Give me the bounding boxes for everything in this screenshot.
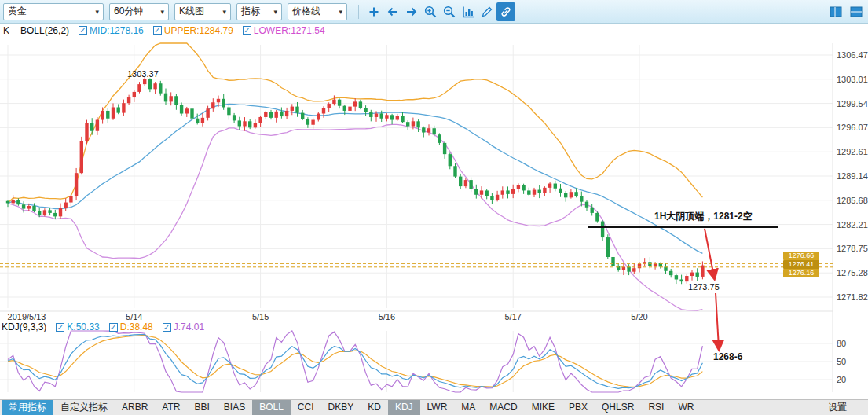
down-arrow-2[interactable] (716, 293, 719, 347)
chevron-down-icon: ▾ (222, 8, 226, 16)
boll-upper-value: UPPER:1284.79 (164, 25, 233, 36)
zoom-in-button[interactable] (421, 2, 440, 21)
checkbox-checked-icon: ✓ (243, 26, 251, 35)
chart-tool-button[interactable] (459, 2, 478, 21)
target-price-annotation[interactable]: 1268-6 (713, 351, 742, 362)
kdj-j-checkbox[interactable]: ✓ J:74.01 (163, 321, 204, 332)
down-arrow-1[interactable] (705, 229, 714, 277)
pan-right-button[interactable] (402, 2, 421, 21)
y-axis-label: 1306.47 (837, 50, 868, 60)
checkbox-checked-icon: ✓ (56, 323, 64, 332)
symbol-select-value: 黄金 (8, 5, 27, 18)
tab-atr[interactable]: ATR (155, 400, 187, 415)
y-axis-label: 1285.68 (837, 196, 868, 205)
panel-layout-vertical-icon (829, 5, 843, 19)
tab-kdj[interactable]: KDJ (388, 400, 420, 415)
indicator-select[interactable]: 指标 ▾ (236, 3, 282, 20)
tab-wr[interactable]: WR (671, 400, 701, 415)
kdj-axis-label: 80 (837, 339, 846, 348)
tab-rsi[interactable]: RSI (641, 400, 671, 415)
tab-dkby[interactable]: DKBY (321, 400, 361, 415)
chevron-down-icon: ▾ (273, 8, 277, 16)
layout-split-button[interactable] (848, 3, 865, 20)
period-select[interactable]: 60分钟 ▾ (109, 3, 169, 20)
boll-indicator-bar: K BOLL(26,2) ✓ MID:1278.16 ✓ UPPER:1284.… (0, 24, 868, 37)
peak-price-label: 1303.37 (127, 69, 159, 79)
indicator-select-value: 指标 (241, 5, 260, 18)
boll-upper-checkbox[interactable]: ✓ UPPER:1284.79 (153, 25, 233, 36)
x-axis-label: 5/14 (126, 312, 142, 321)
tab-kd[interactable]: KD (361, 400, 388, 415)
layout-single-button[interactable] (827, 3, 844, 20)
kdj-indicator-bar: KDJ(9,3,3) ✓ K:50.33 ✓ D:38.48 ✓ J:74.01 (2, 321, 204, 332)
y-axis-label: 1275.28 (837, 268, 868, 277)
kdj-k-checkbox[interactable]: ✓ K:50.33 (56, 321, 99, 332)
chevron-down-icon: ▾ (339, 8, 342, 16)
checkbox-checked-icon: ✓ (163, 323, 171, 332)
chart-type-select-value: K线图 (179, 5, 204, 18)
boll-lower-value: LOWER:1271.54 (254, 25, 325, 36)
tab-lwr[interactable]: LWR (420, 400, 455, 415)
price-line-badge-lower: 1276.16 (783, 269, 819, 277)
kdj-d-value: D:38.48 (120, 321, 153, 332)
tab-mike[interactable]: MIKE (525, 400, 562, 415)
y-axis-label: 1292.61 (837, 147, 868, 156)
trading-app: 黄金 ▾ 60分钟 ▾ K线图 ▾ 指标 ▾ 价格线 ▾ (0, 0, 868, 415)
tab-qhlsr[interactable]: QHLSR (595, 400, 641, 415)
y-axis-label: 1299.54 (837, 99, 868, 108)
zoom-out-button[interactable] (440, 2, 459, 21)
toolbar-separator (358, 5, 359, 19)
x-axis-label: 2019/5/13 (8, 312, 46, 321)
bottom-tab-bar: 常用指标自定义指标ARBRATRBBIBIASBOLLCCIDKBYKDKDJL… (0, 399, 868, 415)
kdj-k-value: K:50.33 (67, 321, 99, 332)
chart-area[interactable]: 1306.471303.011299.541296.071292.611289.… (0, 37, 868, 399)
boll-mid-checkbox[interactable]: ✓ MID:1278.16 (79, 25, 144, 36)
x-axis-label: 5/20 (631, 312, 647, 321)
checkbox-checked-icon: ✓ (153, 26, 162, 35)
draw-button[interactable] (478, 2, 496, 21)
pan-left-button[interactable] (383, 2, 402, 21)
add-button[interactable] (364, 2, 383, 21)
chevron-down-icon: ▾ (95, 8, 99, 16)
current-price-badge: 1276.41 (783, 260, 819, 269)
tab-custom-indicators[interactable]: 自定义指标 (53, 400, 115, 415)
checkbox-checked-icon: ✓ (79, 26, 87, 35)
y-axis-label: 1303.01 (837, 75, 868, 84)
chevron-down-icon: ▾ (160, 8, 164, 16)
tab-macd[interactable]: MACD (482, 400, 524, 415)
tab-bbi[interactable]: BBI (187, 400, 216, 415)
arrow-right-icon (405, 5, 419, 19)
tab-boll[interactable]: BOLL (252, 400, 291, 415)
tab-common-indicators[interactable]: 常用指标 (2, 400, 53, 415)
symbol-select[interactable]: 黄金 ▾ (3, 3, 104, 20)
toolbar-right-group (827, 3, 865, 20)
top-toolbar: 黄金 ▾ 60分钟 ▾ K线图 ▾ 指标 ▾ 价格线 ▾ (0, 0, 868, 24)
kdj-j-value: J:74.01 (174, 321, 204, 332)
y-axis-label: 1289.14 (837, 171, 868, 181)
tab-ma[interactable]: MA (454, 400, 482, 415)
x-axis-label: 5/17 (504, 312, 521, 321)
checkbox-checked-icon: ✓ (109, 323, 118, 332)
chart-type-select[interactable]: K线图 ▾ (174, 3, 231, 20)
kdj-indicator-label: KDJ(9,3,3) (2, 321, 46, 332)
price-line-select[interactable]: 价格线 ▾ (288, 3, 347, 20)
tab-arbr[interactable]: ARBR (115, 400, 155, 415)
y-axis-label: 1271.82 (837, 292, 868, 302)
link-button[interactable] (496, 2, 515, 21)
tab-settings[interactable]: 设置 (821, 400, 854, 415)
boll-lower-checkbox[interactable]: ✓ LOWER:1271.54 (243, 25, 325, 36)
low-price-label: 1273.75 (688, 282, 720, 292)
boll-upper-line (8, 43, 702, 203)
tab-cci[interactable]: CCI (291, 400, 321, 415)
zoom-in-icon (423, 5, 438, 19)
tab-pbx[interactable]: PBX (562, 400, 595, 415)
panel-layout-horizontal-icon (849, 5, 863, 19)
x-axis-label: 5/16 (379, 312, 395, 321)
kdj-d-line (8, 335, 702, 387)
kdj-d-checkbox[interactable]: ✓ D:38.48 (109, 321, 153, 332)
period-select-value: 60分钟 (114, 5, 143, 18)
tab-bias[interactable]: BIAS (217, 400, 252, 415)
short-note-annotation[interactable]: 1H大阴顶端，1281-2空 (654, 210, 753, 223)
price-line-select-value: 价格线 (292, 5, 320, 18)
link-icon (499, 5, 513, 19)
